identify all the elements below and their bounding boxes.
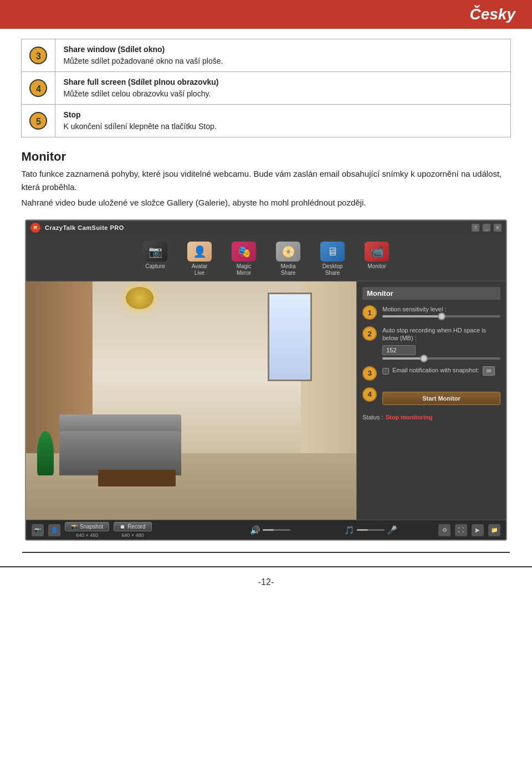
folder-icon[interactable]: 📁: [488, 524, 500, 536]
volume-icon: 🔊: [250, 525, 260, 535]
record-size: 640 × 480: [114, 532, 151, 538]
record-group: ⏺ Record 640 × 480: [114, 522, 151, 538]
text-cell: Stop K ukončení sdílení klepněte na tlač…: [55, 105, 510, 137]
toolbar-icon-magic: 🎭: [232, 242, 256, 262]
start-monitor-row: 4 Start Monitor: [362, 387, 500, 405]
avatar-small-icon: 👤: [48, 524, 60, 536]
app-screenshot: R CrazyTalk CamSuite PRO ? _ ✕ 📷 Capture…: [25, 219, 507, 541]
badge-3: 3: [362, 366, 377, 381]
slider-fill-1: [382, 315, 442, 317]
snapshot-icon: 📸: [71, 524, 78, 530]
row-desc: Můžete sdílet celou obrazovku vaší ploch…: [63, 89, 211, 98]
toolbar-item-monitor[interactable]: 📹 Monitor: [355, 239, 399, 272]
step-badge: 5: [29, 112, 47, 130]
hd-space-input[interactable]: [382, 345, 416, 355]
restore-button[interactable]: _: [483, 224, 490, 232]
row-desc: Můžete sdílet požadované okno na vaší pl…: [63, 57, 223, 65]
hd-space-slider[interactable]: [382, 357, 500, 360]
table-row: 3 Share window (Sdílet okno) Můžete sdíl…: [22, 39, 510, 72]
badge-cell: 4: [22, 72, 55, 105]
email-checkbox[interactable]: [382, 368, 389, 375]
app-logo-icon: R: [30, 223, 40, 233]
titlebar-left: R CrazyTalk CamSuite PRO: [30, 223, 124, 233]
setting-label-2: Auto stop recording when HD space is bel…: [382, 326, 500, 342]
close-button[interactable]: ✕: [494, 224, 502, 232]
setting-row-3: 3 Email notification with snapshot: ✉: [362, 366, 500, 381]
sofa: [59, 431, 181, 475]
volume-slider[interactable]: [263, 529, 290, 531]
toolbar-icon-monitor: 📹: [365, 242, 389, 262]
status-row: Status : Stop monitoring: [362, 412, 500, 421]
toolbar-label-capture: Capture: [145, 263, 165, 270]
fullscreen-icon[interactable]: ⛶: [455, 524, 467, 536]
step-badge: 4: [29, 79, 47, 97]
app-toolbar: 📷 Capture 👤 AvatarLive 🎭 MagicMirror 📀 M…: [26, 235, 506, 281]
email-label: Email notification with snapshot:: [392, 366, 479, 374]
toolbar-item-desktop-share[interactable]: 🖥 DesktopShare: [310, 239, 355, 279]
setting-content-3: Email notification with snapshot: ✉: [382, 366, 500, 376]
snapshot-label: Snapshot: [80, 524, 103, 530]
main-area: Monitor 1 Motion sensitivity level :: [26, 281, 506, 520]
badge-cell: 5: [22, 105, 55, 137]
toolbar-icon-avatar: 👤: [187, 242, 212, 262]
app-titlebar: R CrazyTalk CamSuite PRO ? _ ✕: [26, 221, 506, 235]
cam-icon: 📷: [32, 524, 44, 536]
section-para1: Tato funkce zaznamená pohyby, které jsou…: [21, 167, 510, 194]
playback-icon[interactable]: ▶: [472, 524, 484, 536]
table-row: 5 Stop K ukončení sdílení klepněte na tl…: [22, 105, 510, 137]
room-window: [268, 293, 312, 381]
language-label: Česky: [469, 6, 515, 23]
setting-content-2: Auto stop recording when HD space is bel…: [382, 326, 500, 360]
snapshot-group: 📸 Snapshot 640 × 480: [65, 522, 109, 538]
monitor-section: Monitor Tato funkce zaznamená pohyby, kt…: [21, 150, 510, 541]
step-badge: 3: [29, 47, 47, 64]
slider-thumb-2[interactable]: [420, 355, 428, 362]
section-para2: Nahrané video bude uložené ve složce Gal…: [21, 196, 510, 209]
row-title: Stop: [63, 110, 80, 119]
audio-slider-group: 🎵 🎤: [344, 525, 434, 535]
snapshot-size: 640 × 480: [65, 532, 109, 538]
record-button[interactable]: ⏺ Record: [114, 522, 151, 531]
toolbar-label-media: MediaShare: [280, 263, 295, 276]
titlebar-controls: ? _ ✕: [472, 224, 502, 232]
email-notification-row: Email notification with snapshot: ✉: [382, 366, 500, 376]
row-title: Share window (Sdílet okno): [63, 45, 165, 54]
record-label: Record: [127, 524, 145, 530]
audio-slider[interactable]: [357, 529, 385, 531]
toolbar-label-monitor: Monitor: [367, 263, 386, 270]
start-content: Start Monitor: [382, 387, 500, 405]
row-title: Share full screen (Sdílet plnou obrazovk…: [63, 78, 218, 86]
toolbar-item-capture[interactable]: 📷 Capture: [133, 239, 177, 272]
toolbar-label-desktop: DesktopShare: [323, 263, 343, 276]
preview-area: [26, 281, 356, 520]
page-number: -12-: [0, 566, 532, 593]
toolbar-label-magic: MagicMirror: [237, 263, 252, 276]
slider-thumb-1[interactable]: [438, 312, 446, 320]
toolbar-label-avatar: AvatarLive: [192, 263, 208, 276]
sensitivity-slider[interactable]: [382, 315, 500, 317]
start-monitor-button[interactable]: Start Monitor: [382, 392, 500, 405]
settings-icon[interactable]: ⚙: [438, 524, 451, 536]
toolbar-icon-desktop: 🖥: [320, 242, 345, 262]
badge-cell: 3: [22, 39, 55, 72]
badge-4: 4: [362, 387, 377, 402]
status-value: Stop monitoring: [385, 414, 432, 421]
badge-2: 2: [362, 326, 377, 341]
volume-fill: [263, 529, 274, 531]
room-background: [26, 281, 356, 520]
toolbar-item-media-share[interactable]: 📀 MediaShare: [266, 239, 310, 279]
toolbar-icon-capture: 📷: [143, 242, 167, 262]
audio-fill: [357, 529, 368, 531]
setting-label-1: Motion sensitivity level :: [382, 305, 500, 313]
volume-slider-group: 🔊: [250, 525, 340, 535]
toolbar-item-magic-mirror[interactable]: 🎭 MagicMirror: [222, 239, 266, 279]
section-title: Monitor: [21, 150, 510, 164]
minimize-button[interactable]: ?: [472, 224, 479, 232]
snapshot-button[interactable]: 📸 Snapshot: [65, 522, 109, 531]
toolbar-icon-media: 📀: [276, 242, 300, 262]
toolbar-item-avatar-live[interactable]: 👤 AvatarLive: [177, 239, 222, 279]
email-config-button[interactable]: ✉: [483, 366, 495, 376]
setting-row-1: 1 Motion sensitivity level :: [362, 305, 500, 320]
record-icon: ⏺: [120, 524, 125, 530]
text-cell: Share full screen (Sdílet plnou obrazovk…: [55, 72, 510, 105]
